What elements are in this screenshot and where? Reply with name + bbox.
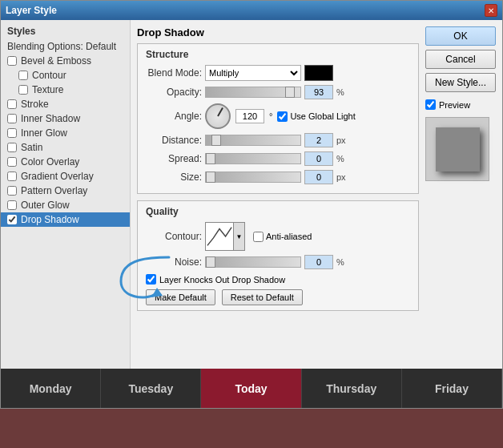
new-style-button[interactable]: New Style... — [425, 73, 496, 92]
noise-row: Noise: % — [146, 255, 410, 269]
quality-section: Quality Contour: — [137, 200, 419, 311]
style-item-bevel-emboss[interactable]: Bevel & Emboss — [1, 54, 130, 68]
opacity-slider[interactable] — [205, 87, 301, 98]
taskbar-friday[interactable]: Friday — [402, 369, 502, 408]
style-item-gradient-overlay[interactable]: Gradient Overlay — [1, 169, 130, 184]
spread-slider[interactable] — [205, 153, 301, 164]
shadow-color-swatch[interactable] — [304, 65, 333, 81]
spread-row: Spread: % — [146, 151, 410, 166]
spread-label: Spread: — [146, 153, 202, 164]
buttons-area: OK Cancel New Style... Preview — [425, 26, 496, 402]
style-item-inner-glow[interactable]: Inner Glow — [1, 126, 130, 140]
layer-style-dialog: Layer Style ✕ Styles Blending Options: D… — [0, 0, 503, 409]
gradient-overlay-label: Gradient Overlay — [21, 171, 94, 182]
noise-input[interactable] — [304, 255, 333, 269]
style-item-drop-shadow[interactable]: Drop Shadow — [1, 212, 130, 227]
title-bar: Layer Style ✕ — [1, 1, 502, 20]
size-slider[interactable] — [205, 172, 301, 183]
blend-mode-row: Blend Mode: Multiply Normal Screen Overl… — [146, 65, 410, 81]
blending-options-item[interactable]: Blending Options: Default — [1, 39, 130, 54]
gradient-overlay-checkbox[interactable] — [7, 172, 17, 181]
spread-input[interactable] — [304, 151, 333, 166]
style-item-color-overlay[interactable]: Color Overlay — [1, 155, 130, 169]
taskbar-tuesday[interactable]: Tuesday — [101, 369, 201, 408]
taskbar-monday[interactable]: Monday — [1, 369, 101, 408]
svg-rect-0 — [206, 223, 233, 250]
blend-mode-select[interactable]: Multiply Normal Screen Overlay — [205, 65, 301, 81]
style-item-satin[interactable]: Satin — [1, 140, 130, 155]
inner-glow-checkbox[interactable] — [7, 128, 17, 138]
texture-checkbox[interactable] — [18, 85, 28, 95]
dialog-title: Layer Style — [6, 5, 57, 16]
stroke-label: Stroke — [21, 99, 49, 110]
inner-shadow-label: Inner Shadow — [21, 113, 80, 124]
blend-mode-label: Blend Mode: — [146, 67, 202, 79]
outer-glow-checkbox[interactable] — [7, 200, 17, 210]
reset-default-button[interactable]: Reset to Default — [222, 289, 303, 305]
structure-title: Structure — [146, 49, 410, 60]
distance-label: Distance: — [146, 135, 202, 146]
taskbar-thursday-label: Thursday — [326, 382, 376, 395]
opacity-slider-container — [205, 87, 301, 98]
outer-glow-label: Outer Glow — [21, 200, 70, 211]
knock-out-checkbox[interactable] — [146, 274, 156, 285]
cancel-button[interactable]: Cancel — [425, 50, 496, 69]
anti-alias-checkbox[interactable] — [253, 232, 264, 242]
style-item-inner-shadow[interactable]: Inner Shadow — [1, 111, 130, 126]
noise-slider[interactable] — [205, 256, 301, 268]
pattern-overlay-checkbox[interactable] — [7, 186, 17, 196]
main-content: Drop Shadow Structure Blend Mode: Multip… — [137, 26, 496, 402]
distance-slider[interactable] — [205, 135, 301, 146]
noise-unit: % — [336, 257, 349, 267]
size-unit: px — [336, 172, 349, 182]
ok-button[interactable]: OK — [425, 26, 496, 46]
distance-input[interactable] — [304, 133, 333, 147]
contour-svg — [206, 223, 233, 250]
angle-input[interactable] — [235, 109, 264, 123]
inner-shadow-checkbox[interactable] — [7, 114, 17, 123]
size-row: Size: px — [146, 170, 410, 184]
spread-unit: % — [336, 154, 349, 163]
style-item-contour[interactable]: Contour — [1, 68, 130, 83]
distance-unit: px — [336, 135, 349, 145]
preview-inner — [436, 127, 480, 172]
satin-checkbox[interactable] — [7, 143, 17, 152]
taskbar-monday-label: Monday — [30, 382, 72, 395]
use-global-light-checkbox[interactable] — [277, 111, 288, 122]
make-default-button[interactable]: Make Default — [146, 289, 215, 305]
structure-section: Structure Blend Mode: Multiply Normal Sc… — [137, 43, 419, 194]
close-button[interactable]: ✕ — [485, 4, 497, 17]
knock-out-text: Layer Knocks Out Drop Shadow — [159, 275, 285, 285]
contour-dropdown-button[interactable]: ▼ — [234, 222, 245, 251]
stroke-checkbox[interactable] — [7, 99, 17, 109]
contour-label: Contour: — [146, 231, 202, 242]
style-item-stroke[interactable]: Stroke — [1, 97, 130, 111]
style-item-pattern-overlay[interactable]: Pattern Overlay — [1, 184, 130, 198]
right-panel: Drop Shadow Structure Blend Mode: Multip… — [131, 20, 502, 408]
opacity-label: Opacity: — [146, 87, 202, 98]
style-item-outer-glow[interactable]: Outer Glow — [1, 198, 130, 212]
drop-shadow-checkbox[interactable] — [7, 215, 17, 224]
anti-alias-label: Anti-aliased — [253, 232, 312, 242]
opacity-unit: % — [336, 87, 349, 97]
satin-label: Satin — [21, 142, 42, 153]
style-item-texture[interactable]: Texture — [1, 83, 130, 97]
size-label: Size: — [146, 172, 202, 183]
preview-checkbox[interactable] — [425, 99, 436, 110]
noise-label: Noise: — [146, 256, 202, 268]
taskbar-tuesday-label: Tuesday — [128, 382, 173, 395]
contour-preview[interactable] — [205, 222, 234, 251]
section-main-title: Drop Shadow — [137, 26, 419, 38]
opacity-input[interactable] — [304, 85, 333, 99]
bevel-emboss-checkbox[interactable] — [7, 56, 17, 66]
inner-glow-label: Inner Glow — [21, 127, 67, 139]
taskbar-friday-label: Friday — [435, 382, 469, 395]
angle-dial[interactable] — [205, 103, 231, 129]
taskbar-today[interactable]: Today — [201, 369, 301, 408]
contour-checkbox[interactable] — [18, 71, 28, 80]
size-input[interactable] — [304, 170, 333, 184]
taskbar-thursday[interactable]: Thursday — [302, 369, 402, 408]
color-overlay-checkbox[interactable] — [7, 157, 17, 167]
preview-label: Preview — [425, 99, 496, 110]
left-panel: Styles Blending Options: Default Bevel &… — [1, 20, 131, 408]
